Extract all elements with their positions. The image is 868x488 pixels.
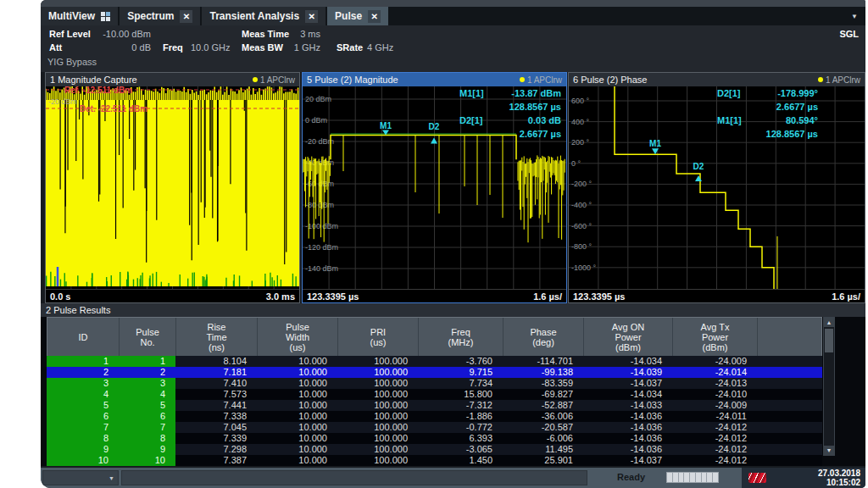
column-header[interactable]: Pulse No. — [120, 318, 176, 356]
tab-label: Pulse — [335, 10, 362, 22]
value-cell: -24.010 — [672, 389, 757, 400]
table-row[interactable]: 887.33910.000100.0006.393-6.006-14.036-2… — [47, 433, 822, 444]
value-cell: 10.000 — [257, 422, 337, 433]
column-header[interactable]: Phase (deg) — [504, 318, 584, 356]
value-cell: 10.000 — [257, 433, 337, 444]
value-cell: 7.410 — [175, 378, 257, 389]
value-cell: 10.000 — [257, 367, 337, 378]
column-header[interactable]: Rise Time (ns) — [176, 318, 258, 356]
id-cell: 4 — [119, 389, 175, 400]
att-value[interactable]: 0 dB — [87, 42, 151, 53]
svg-text:200 °: 200 ° — [571, 138, 590, 147]
svg-text:-200 °: -200 ° — [571, 180, 593, 188]
id-cell: 8 — [119, 433, 175, 444]
value-cell: 10.000 — [257, 444, 337, 455]
value-cell: -24.009 — [672, 356, 757, 367]
tab-multiview[interactable]: MultiView — [41, 7, 118, 25]
svg-text:0.03 dB: 0.03 dB — [528, 115, 561, 125]
table-row[interactable]: 337.41010.000100.0007.734-83.359-14.037-… — [47, 378, 822, 389]
meas-bw-value[interactable]: 1 GHz — [292, 42, 320, 53]
value-cell: 10.000 — [257, 411, 337, 422]
value-cell: -14.036 — [583, 444, 672, 455]
panel-header[interactable]: 5 Pulse (2) Magnitude 1 APClrw — [303, 73, 566, 86]
table-row[interactable]: 10107.38710.000100.0001.45025.901-14.037… — [47, 455, 822, 466]
value-cell: -20.587 — [503, 422, 583, 433]
status-dropdown[interactable]: ▼ — [42, 470, 119, 485]
row-filler — [757, 389, 822, 400]
x-start: 0.0 s — [50, 291, 70, 302]
panel-magnitude-capture: 1 Magnitude Capture 1 APClrw Ref. -12.51… — [45, 72, 300, 303]
tab-transient-analysis[interactable]: Transient Analysis ✕ — [202, 7, 326, 25]
column-header[interactable]: Pulse Width (us) — [258, 318, 338, 356]
scroll-up-icon[interactable]: ▲ — [824, 318, 834, 327]
value-cell: 10.000 — [257, 400, 337, 411]
panel-header[interactable]: 6 Pulse (2) Phase 1 APClrw — [569, 73, 865, 86]
svg-text:-600 °: -600 ° — [571, 222, 593, 230]
sweep-mode-badge: SGL — [839, 29, 859, 39]
table-row[interactable]: 118.10410.000100.000-3.760-114.701-14.03… — [47, 356, 822, 367]
value-cell: -0.772 — [418, 422, 503, 433]
svg-text:Det. -22.511 dBm: Det. -22.511 dBm — [80, 104, 147, 114]
close-icon[interactable]: ✕ — [305, 10, 318, 23]
instrument-screen: MultiView Spectrum ✕ Transient Analysis … — [41, 0, 865, 488]
close-icon[interactable]: ✕ — [368, 10, 381, 23]
x-start: 123.3395 µs — [573, 291, 625, 302]
column-header[interactable]: ID — [47, 318, 120, 356]
panel-title: 5 Pulse (2) Magnitude — [307, 75, 520, 85]
tab-spectrum[interactable]: Spectrum ✕ — [120, 7, 200, 25]
column-header[interactable]: Freq (MHz) — [419, 318, 504, 356]
table-row[interactable]: 557.44110.000100.000-7.312-52.887-14.033… — [47, 400, 822, 411]
scrollbar-thumb[interactable] — [825, 329, 833, 352]
table-scrollbar[interactable]: ▲ ▼ — [823, 317, 835, 456]
panel-header[interactable]: 1 Magnitude Capture 1 APClrw — [46, 73, 299, 86]
window-top-strip — [41, 0, 865, 7]
close-icon[interactable]: ✕ — [180, 10, 192, 23]
pulse-magnitude-chart[interactable]: 20 dBm0 dBm-20 dBm-40 dBm-60 dBm-80 dBm-… — [303, 86, 566, 289]
pulse-phase-chart[interactable]: 600 °400 °200 °0 °-200 °-400 °-600 °-800… — [569, 86, 865, 289]
id-cell: 2 — [47, 367, 119, 378]
id-cell: 10 — [47, 455, 119, 466]
column-header[interactable]: PRI (us) — [338, 318, 419, 356]
x-axis-strip: 123.3395 µs 1.6 µs/ — [303, 289, 566, 302]
att-label: Att — [49, 42, 62, 53]
id-cell: 6 — [47, 411, 119, 422]
table-row[interactable]: 997.29810.000100.000-3.06511.495-14.036-… — [47, 444, 822, 455]
freq-value[interactable]: 10.0 GHz — [191, 42, 230, 53]
table-row[interactable]: 447.57310.000100.00015.800-69.827-14.034… — [47, 389, 822, 400]
table-row[interactable]: 667.33810.000100.000-1.886-36.006-14.036… — [47, 411, 822, 422]
row-filler — [757, 433, 822, 444]
value-cell: -24.014 — [672, 367, 757, 378]
id-cell: 1 — [119, 356, 175, 367]
pulse-results-table: IDPulse No.Rise Time (ns)Pulse Width (us… — [47, 317, 822, 466]
value-cell: 100.000 — [337, 455, 418, 466]
tab-label: Transient Analysis — [209, 10, 299, 22]
chevron-down-icon[interactable]: ▼ — [849, 12, 860, 22]
value-cell: -52.887 — [503, 400, 583, 411]
id-cell: 6 — [119, 411, 175, 422]
tab-label: MultiView — [48, 10, 95, 22]
value-cell: 100.000 — [337, 400, 418, 411]
column-header[interactable]: Avg ON Power (dBm) — [584, 318, 673, 356]
status-message-box — [121, 470, 587, 485]
svg-text:D2: D2 — [693, 162, 704, 171]
row-filler — [757, 411, 822, 422]
table-row[interactable]: 227.18110.000100.0009.715-99.138-14.039-… — [47, 367, 822, 378]
magnitude-capture-chart[interactable]: Ref. -12.511 dBmDet. -22.511 dBm-20 dBm — [46, 86, 299, 289]
svg-text:0 °: 0 ° — [571, 159, 581, 168]
time-label: 10:15:02 — [818, 478, 860, 487]
panel-pulse-magnitude: 5 Pulse (2) Magnitude 1 APClrw 20 dBm0 d… — [302, 72, 567, 303]
x-axis-strip: 123.3395 µs 1.6 µs/ — [569, 289, 865, 302]
scroll-down-icon[interactable]: ▼ — [824, 446, 834, 455]
tab-pulse[interactable]: Pulse ✕ — [327, 7, 388, 25]
date-label: 27.03.2018 — [818, 469, 860, 478]
column-header[interactable]: Avg Tx Power (dBm) — [673, 318, 758, 356]
svg-text:2.6677 µs: 2.6677 µs — [776, 102, 818, 112]
srate-value[interactable]: 4 GHz — [367, 42, 393, 53]
x-scale: 1.6 µs/ — [533, 291, 562, 302]
row-filler — [757, 367, 822, 378]
value-cell: -24.012 — [672, 444, 757, 455]
table-row[interactable]: 777.04510.000100.000-0.772-20.587-14.036… — [47, 422, 822, 433]
meas-time-value[interactable]: 3 ms — [292, 29, 320, 39]
value-cell: -14.037 — [583, 378, 672, 389]
ref-level-value[interactable]: -10.00 dBm — [87, 29, 151, 39]
